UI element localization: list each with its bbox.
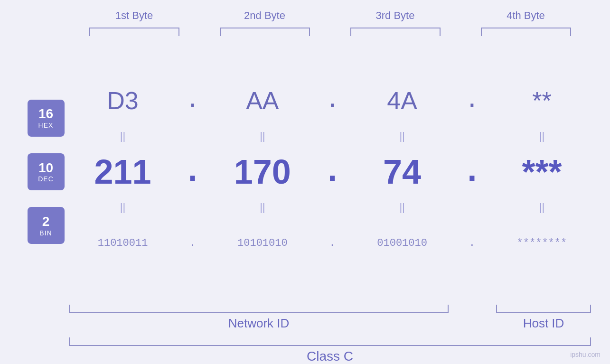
bin-b2: 10101010 (237, 237, 288, 249)
bin-b4: ******** (517, 237, 567, 249)
eq2-b3: || (355, 201, 450, 214)
byte-header-1: 1st Byte (82, 9, 187, 22)
watermark: ipshu.com (570, 351, 601, 358)
eq1-b4: || (494, 130, 589, 142)
top-bracket-4 (481, 28, 571, 36)
bin-dot-3: . (469, 237, 475, 249)
bin-dot-1: . (189, 237, 196, 249)
byte-header-2: 2nd Byte (213, 9, 317, 22)
dec-b4: *** (522, 152, 562, 191)
hex-base-badge: 16 HEX (28, 100, 65, 137)
hex-row: D3 . AA . 4A . ** (69, 82, 596, 120)
host-id-label: Host ID (523, 316, 564, 330)
bin-b3: 01001010 (377, 237, 427, 249)
dec-b3: 74 (383, 152, 421, 191)
bin-base-badge: 2 BIN (28, 207, 65, 244)
main-page: 1st Byte 2nd Byte 3rd Byte 4th Byte 16 H… (0, 0, 610, 364)
bin-base-number: 2 (42, 215, 50, 229)
bin-base-label: BIN (39, 229, 52, 237)
bin-row: 11010011 . 10101010 . 01001010 . *******… (69, 224, 596, 262)
dec-base-badge: 10 DEC (28, 153, 65, 190)
eq2-b1: || (75, 201, 170, 214)
equals-row-2: || || || || (69, 200, 596, 215)
hex-b4: ** (532, 86, 551, 115)
dec-dot-2: . (322, 152, 342, 191)
top-bracket-3 (350, 28, 441, 36)
dec-dot-1: . (182, 152, 203, 191)
dec-base-label: DEC (38, 175, 54, 183)
hex-b2: AA (246, 86, 279, 115)
eq1-b3: || (355, 130, 450, 142)
byte-header-4: 4th Byte (474, 9, 578, 22)
byte-header-3: 3rd Byte (343, 9, 448, 22)
dec-row: 211 . 170 . 74 . *** (69, 153, 596, 191)
hex-b1: D3 (107, 86, 138, 115)
top-bracket-1 (89, 28, 179, 36)
dec-base-number: 10 (38, 161, 53, 176)
host-id-bracket (496, 305, 591, 313)
eq2-b4: || (494, 201, 589, 214)
eq1-b2: || (215, 130, 310, 142)
hex-base-number: 16 (38, 107, 53, 121)
classc-bracket (69, 337, 591, 346)
eq2-b2: || (215, 201, 310, 214)
hex-dot-3: . (465, 87, 479, 115)
hex-dot-2: . (325, 87, 339, 115)
classc-label: Class C (307, 349, 353, 364)
dec-b2: 170 (234, 152, 291, 191)
network-id-bracket (69, 305, 449, 313)
dec-b1: 211 (94, 152, 151, 191)
network-id-label: Network ID (228, 316, 290, 330)
dec-dot-3: . (462, 152, 482, 191)
hex-base-label: HEX (38, 121, 54, 129)
bin-dot-2: . (329, 237, 335, 249)
hex-b3: 4A (387, 86, 417, 115)
equals-row-1: || || || || (69, 129, 596, 143)
eq1-b1: || (75, 130, 170, 142)
hex-dot-1: . (185, 87, 200, 115)
top-bracket-2 (220, 28, 310, 36)
bin-b1: 11010011 (98, 237, 148, 249)
